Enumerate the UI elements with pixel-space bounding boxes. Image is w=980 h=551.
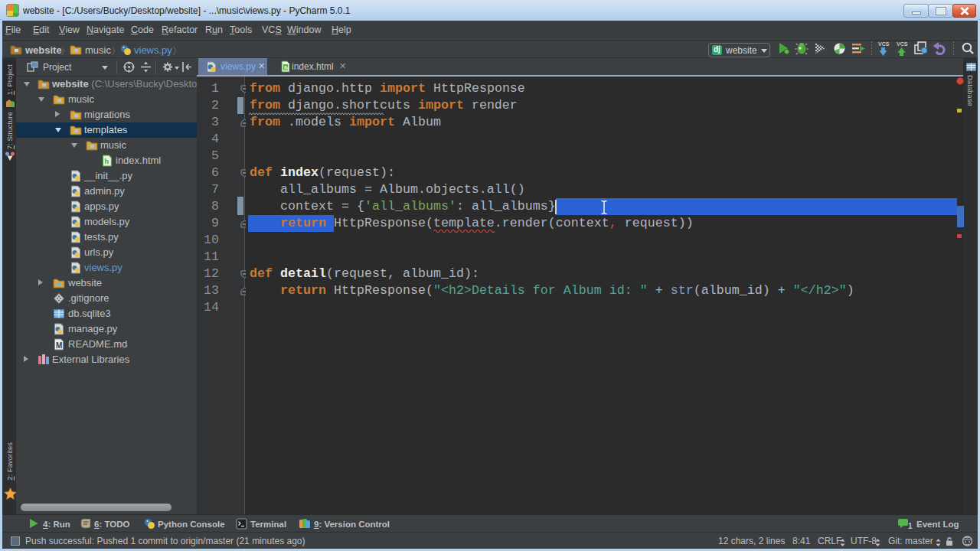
svg-text:VCS: VCS [878,41,890,47]
svg-text:VCS: VCS [897,41,908,47]
svg-text:h: h [284,64,288,71]
svg-text:M: M [56,341,62,350]
svg-text:h: h [105,158,109,165]
